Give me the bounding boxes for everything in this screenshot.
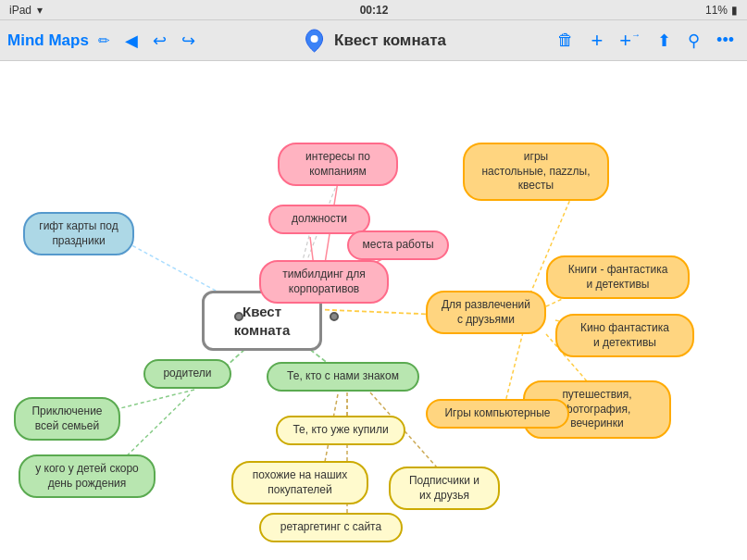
more-button[interactable]: ••• [711, 27, 740, 54]
svg-point-0 [310, 35, 317, 43]
node-books[interactable]: Книги - фантастика и детективы [546, 255, 690, 299]
node-interests[interactable]: интересы по компаниям [278, 143, 398, 186]
battery-icon: ▮ [731, 4, 738, 17]
svg-line-14 [504, 332, 523, 405]
map-logo-icon [301, 28, 327, 54]
search-button[interactable]: ⚲ [682, 27, 705, 55]
node-known-customers[interactable]: Те, кто с нами знаком [267, 362, 419, 392]
node-cinema[interactable]: Кино фантастика и детективы [555, 314, 694, 357]
node-positions[interactable]: должности [268, 205, 370, 234]
node-similar-customers[interactable]: похожие на наших покупателей [231, 461, 368, 504]
mind-map-canvas[interactable]: Квест комната тимбилдинг для корпоративо… [0, 61, 747, 560]
connector-right [330, 312, 339, 321]
node-games-board[interactable]: игры настольные, паzzлы, квесты [463, 143, 609, 201]
add-node-button[interactable]: + [585, 25, 608, 56]
node-timbuilding[interactable]: тимбилдинг для корпоративов [259, 260, 389, 304]
node-entertainment[interactable]: Для развлечений с друзьями [426, 291, 546, 334]
delete-button[interactable]: 🗑 [552, 27, 579, 54]
share-button[interactable]: ⬆ [652, 27, 677, 55]
back-button[interactable]: ◀ [119, 27, 143, 55]
add-sibling-button[interactable]: + → [614, 25, 646, 56]
node-gift-cards[interactable]: гифт карты под праздники [23, 212, 134, 255]
edit-button[interactable]: ✏ [93, 29, 116, 53]
toolbar: Mind Maps ✏ ◀ ↩ ↪ Квест комната 🗑 + + → … [0, 20, 747, 61]
node-computer-games[interactable]: Игры компьютерные [426, 399, 569, 429]
node-retargeting[interactable]: ретаргетинг с сайта [259, 513, 403, 542]
battery-display: 11% [705, 4, 728, 17]
node-workplaces[interactable]: места работы [347, 230, 449, 260]
wifi-icon: ▾ [37, 4, 43, 17]
map-title: Квест комната [334, 31, 446, 50]
node-subscribers[interactable]: Подписчики и их друзья [389, 467, 500, 510]
device-label: iPad [9, 4, 31, 17]
undo-button[interactable]: ↩ [147, 27, 172, 55]
node-already-bought[interactable]: Те, кто уже купили [276, 416, 405, 445]
app-title: Mind Maps [7, 31, 89, 50]
node-kids-birthday[interactable]: у кого у детей скоро день рождения [19, 454, 156, 498]
redo-button[interactable]: ↪ [176, 27, 201, 55]
status-bar: iPad ▾ 00:12 11% ▮ [0, 0, 747, 20]
node-family-adventure[interactable]: Приключение всей семьей [14, 397, 120, 441]
connector-left [234, 312, 243, 321]
time-display: 00:12 [360, 4, 389, 17]
node-parents[interactable]: родители [143, 359, 231, 389]
